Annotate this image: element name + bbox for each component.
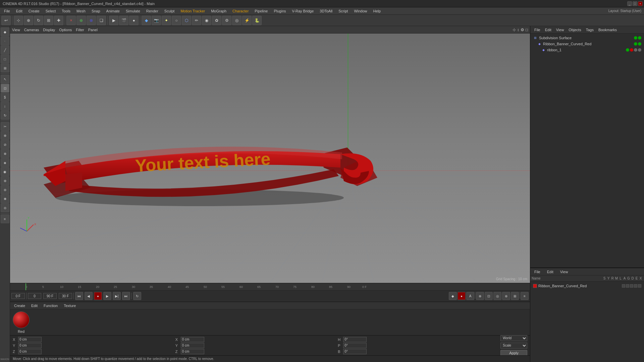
viewport-menu-view[interactable]: View	[12, 28, 20, 32]
ribbon1-dot-3[interactable]	[634, 48, 637, 52]
timeline-current-frame[interactable]	[11, 293, 25, 299]
tool-move[interactable]: ⊹	[14, 16, 23, 25]
sidebar-tool-5[interactable]: ◈	[1, 158, 9, 167]
tl-keyframe[interactable]: ◆	[449, 292, 457, 300]
size-z-input[interactable]	[181, 349, 204, 354]
viewport-menu-cameras[interactable]: Cameras	[24, 28, 39, 32]
viewport-icon-display[interactable]: □	[526, 27, 528, 32]
sidebar-select-scale[interactable]: ↕	[1, 102, 9, 111]
attr-tab-edit[interactable]: Edit	[545, 269, 555, 275]
rot-b-input[interactable]	[343, 349, 367, 354]
sidebar-tool-8[interactable]: ⊜	[1, 185, 9, 194]
sidebar-select-move[interactable]: $	[1, 93, 9, 102]
obj-row-subdivision[interactable]: ⊞ Subdivision Surface	[532, 35, 643, 41]
render-region[interactable]: ▶	[109, 16, 118, 25]
menu-window[interactable]: Window	[351, 8, 370, 14]
tl-record2[interactable]: ●	[458, 292, 466, 300]
menu-render[interactable]: Render	[144, 8, 161, 14]
sidebar-mode-object[interactable]: ◆	[1, 27, 9, 36]
sidebar-tool-9[interactable]: ❋	[1, 194, 9, 203]
tool-python[interactable]: 🐍	[252, 16, 262, 25]
obj-row-ribbon1[interactable]: ◆ ribbon_1	[532, 47, 643, 53]
ribbon-dot-1[interactable]	[634, 42, 637, 46]
menu-create[interactable]: Create	[26, 8, 42, 14]
tl-motion2[interactable]: ⊡	[485, 292, 493, 300]
menu-script[interactable]: Script	[336, 8, 351, 14]
sidebar-tool-7[interactable]: ⊛	[1, 176, 9, 185]
om-tab-view[interactable]: View	[554, 27, 566, 33]
size-y-input[interactable]	[181, 343, 204, 348]
obj-row-ribbon[interactable]: ◆ Ribbon_Banner_Curved_Red	[532, 41, 643, 47]
ribbon-dot-2[interactable]	[638, 42, 641, 46]
tool-rotate[interactable]: ↻	[34, 16, 43, 25]
coord-z-input[interactable]	[18, 349, 42, 354]
sidebar-mode-points[interactable]: ·	[1, 37, 9, 45]
sidebar-layers[interactable]: ≡	[1, 215, 9, 223]
tool-effector[interactable]: ⚡	[242, 16, 252, 25]
timeline-start[interactable]	[28, 293, 41, 299]
timeline-fps[interactable]	[59, 293, 72, 299]
bp-tab-create[interactable]: Create	[11, 303, 28, 308]
tl-expand[interactable]: ≡	[521, 292, 529, 300]
om-tab-edit[interactable]: Edit	[543, 27, 553, 33]
coord-scale-select[interactable]: Scale Size	[500, 343, 527, 349]
rot-p-input[interactable]	[343, 343, 367, 348]
obj-light[interactable]: ✦	[162, 16, 171, 25]
sidebar-select-live[interactable]: ↖	[1, 75, 9, 83]
close-button[interactable]: ×	[638, 1, 643, 6]
tl-record[interactable]: ●	[94, 292, 102, 300]
apply-button[interactable]: Apply	[500, 350, 527, 356]
sidebar-tool-1[interactable]: ✂	[1, 122, 9, 131]
viewport-menu-panel[interactable]: Panel	[88, 28, 98, 32]
tool-paint[interactable]: ✏	[192, 16, 201, 25]
mat-ctrl-1[interactable]	[622, 284, 625, 288]
menu-character[interactable]: Character	[230, 8, 251, 14]
viewport-menu-options[interactable]: Options	[59, 28, 72, 32]
tool-z[interactable]: ⊗	[87, 16, 96, 25]
tl-motion4[interactable]: ⊛	[502, 292, 510, 300]
obj-cube[interactable]: ◆	[142, 16, 151, 25]
coord-space-select[interactable]: World Object Local	[500, 335, 527, 341]
sidebar-mode-edges[interactable]: ╱	[1, 46, 9, 54]
menu-tools[interactable]: Tools	[59, 8, 73, 14]
viewport-menu-display[interactable]: Display	[43, 28, 55, 32]
menu-simulate[interactable]: Simulate	[123, 8, 143, 14]
sidebar-tool-6[interactable]: ◉	[1, 167, 9, 176]
tool-world[interactable]: ❏	[97, 16, 106, 25]
bp-tab-edit[interactable]: Edit	[29, 303, 40, 308]
tool-sculpt[interactable]: ✿	[212, 16, 221, 25]
sidebar-tool-4[interactable]: ⊗	[1, 149, 9, 158]
menu-select[interactable]: Select	[43, 8, 59, 14]
tl-prev-frame[interactable]: ◀	[85, 292, 93, 300]
window-controls[interactable]: _ □ ×	[627, 1, 644, 6]
tool-select-live[interactable]: ✚	[54, 16, 63, 25]
menu-vray[interactable]: V-Ray Bridge	[289, 8, 317, 14]
om-tab-bookmarks[interactable]: Bookmarks	[596, 27, 619, 33]
viewport-menu-filter[interactable]: Filter	[76, 28, 84, 32]
viewport-icon-settings[interactable]: ⚙	[521, 27, 524, 32]
minimize-button[interactable]: _	[627, 1, 632, 6]
ribbon1-dot-2[interactable]	[630, 48, 633, 52]
tool-transform[interactable]: ⊞	[44, 16, 53, 25]
ribbon1-dot-1[interactable]	[626, 48, 629, 52]
maximize-button[interactable]: □	[633, 1, 637, 6]
subdiv-dot-2[interactable]	[638, 36, 641, 40]
viewport-canvas[interactable]: Perspective	[10, 34, 530, 283]
sidebar-select-rect[interactable]: ⊡	[1, 84, 9, 93]
tl-go-end[interactable]: ⏭	[122, 292, 130, 300]
tool-scale[interactable]: ⊕	[24, 16, 33, 25]
menu-file[interactable]: File	[1, 8, 13, 14]
tool-settings[interactable]: ⚙	[222, 16, 231, 25]
mat-ctrl-3[interactable]	[630, 284, 633, 288]
menu-plugins[interactable]: Plugins	[271, 8, 288, 14]
subdiv-dot-1[interactable]	[634, 36, 637, 40]
coord-y-input[interactable]	[18, 343, 42, 348]
obj-material[interactable]: ○	[172, 16, 181, 25]
menu-help[interactable]: Help	[371, 8, 384, 14]
rot-h-input[interactable]	[343, 337, 367, 342]
tl-auto[interactable]: A	[466, 292, 474, 300]
tl-next-frame[interactable]: ▶|	[113, 292, 121, 300]
sidebar-tool-2[interactable]: ⊕	[1, 131, 9, 140]
tool-spline[interactable]: ◉	[202, 16, 211, 25]
tl-motion5[interactable]: ⊞	[511, 292, 519, 300]
